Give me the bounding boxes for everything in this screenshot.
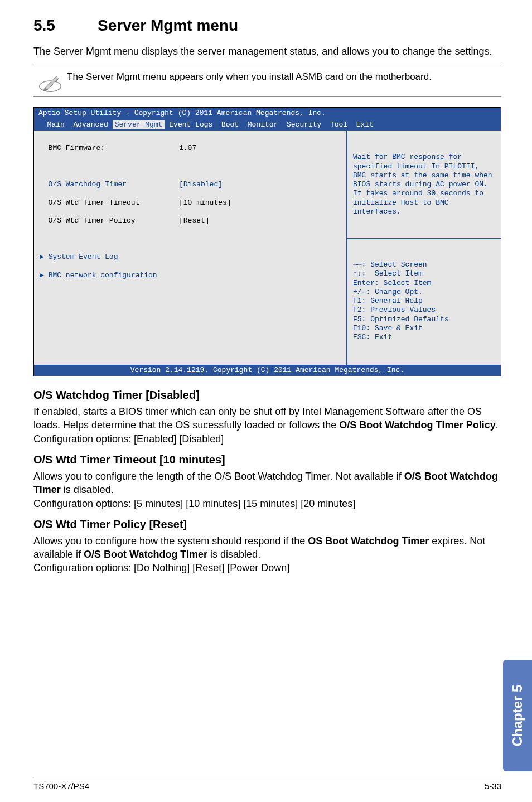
bios-menu-tool: Tool xyxy=(330,120,347,129)
bios-timeout-label: O/S Wtd Timer Timeout xyxy=(49,199,140,207)
bios-menu-main: Main xyxy=(47,120,65,129)
bios-policy-label: O/S Wtd Timer Policy xyxy=(49,216,136,225)
sub-a-config: Configuration options: [Enabled] [Disabl… xyxy=(33,433,224,445)
chapter-tab: Chapter 5 xyxy=(503,660,532,771)
triangle-icon: ▶ xyxy=(40,253,49,262)
bios-bmcnet: BMC network configuration xyxy=(49,271,157,280)
page-footer: TS700-X7/PS4 5-33 xyxy=(33,779,501,791)
bios-menu-servermgmt: Server Mgmt xyxy=(113,120,165,129)
bios-menu-advanced: Advanced xyxy=(73,120,108,129)
sub-c-bold1: OS Boot Watchdog Timer xyxy=(308,535,429,547)
intro-paragraph: The Server Mgmt menu displays the server… xyxy=(33,45,501,58)
sub-c-heading: O/S Wtd Timer Policy [Reset] xyxy=(33,518,501,531)
sub-c-bold2: O/S Boot Watchdog Timer xyxy=(84,549,207,560)
bios-firmware-value: 1.07 xyxy=(179,144,196,153)
bios-syslog: System Event Log xyxy=(49,253,118,262)
sub-b-text1: Allows you to configure the length of th… xyxy=(33,471,404,482)
footer-right: 5-33 xyxy=(485,781,501,791)
triangle-icon: ▶ xyxy=(40,271,49,280)
svg-marker-1 xyxy=(45,76,59,90)
bios-menu-eventlogs: Event Logs xyxy=(169,120,212,129)
sub-b-text2: is disabled. xyxy=(61,484,114,495)
sub-b-paragraph: Allows you to configure the length of th… xyxy=(33,470,501,510)
sub-c-text1: Allows you to configure how the system s… xyxy=(33,535,308,547)
bios-menubar: Main Advanced Server Mgmt Event Logs Boo… xyxy=(34,119,501,131)
bios-menu-exit: Exit xyxy=(356,120,374,129)
sub-b-heading: O/S Wtd Timer Timeout [10 minutes] xyxy=(33,453,501,466)
sub-a-bold: O/S Boot Watchdog TImer Policy xyxy=(339,419,495,431)
bios-menu-security: Security xyxy=(287,120,321,129)
footer-left: TS700-X7/PS4 xyxy=(33,781,89,791)
bios-watchdog-value: [Disabled] xyxy=(179,180,223,189)
bios-policy-value: [Reset] xyxy=(179,216,210,225)
sub-a-text2: . xyxy=(496,419,499,431)
bios-footer: Version 2.14.1219. Copyright (C) 2011 Am… xyxy=(34,365,501,376)
note-text: The Server Mgmt menu appears only when y… xyxy=(67,69,432,86)
bios-help-text: Wait for BMC response for specified time… xyxy=(353,153,495,216)
section-number: 5.5 xyxy=(33,17,98,35)
section-title-text: Server Mgmt menu xyxy=(98,17,238,34)
bios-timeout-value: [10 minutes] xyxy=(179,199,231,207)
sub-a-paragraph: If enabled, starts a BIOS timer which ca… xyxy=(33,405,501,446)
note-box: The Server Mgmt menu appears only when y… xyxy=(33,65,501,97)
section-heading: 5.5Server Mgmt menu xyxy=(33,17,501,35)
bios-panel: Aptio Setup Utility - Copyright (C) 2011… xyxy=(33,107,501,376)
bios-watchdog-label: O/S Watchdog Timer xyxy=(49,180,127,189)
bios-left-pane: BMC Firmware:1.07 O/S Watchdog Timer[Dis… xyxy=(34,131,346,365)
sub-c-text3: is disabled. xyxy=(207,549,260,560)
bios-title: Aptio Setup Utility - Copyright (C) 2011… xyxy=(34,108,501,119)
pencil-icon xyxy=(33,69,67,93)
bios-menu-monitor: Monitor xyxy=(248,120,278,129)
sub-b-config: Configuration options: [5 minutes] [10 m… xyxy=(33,498,355,509)
bios-firmware-label: BMC Firmware: xyxy=(49,144,105,152)
bios-keys: →←: Select Screen ↑↓: Select Item Enter:… xyxy=(353,260,495,342)
bios-menu-boot: Boot xyxy=(221,120,239,129)
bios-right-pane: Wait for BMC response for specified time… xyxy=(346,131,501,365)
sub-c-config: Configuration options: [Do Nothing] [Res… xyxy=(33,562,289,573)
chapter-tab-label: Chapter 5 xyxy=(510,685,525,747)
sub-a-heading: O/S Watchdog Timer [Disabled] xyxy=(33,389,501,402)
sub-c-paragraph: Allows you to configure how the system s… xyxy=(33,534,501,575)
